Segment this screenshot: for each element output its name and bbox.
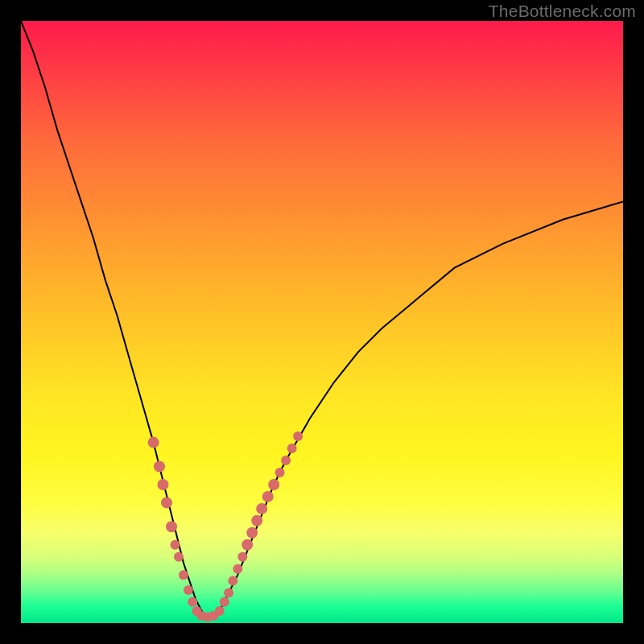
- highlight-dots: [148, 431, 303, 621]
- highlight-dot: [220, 597, 229, 607]
- highlight-dot: [174, 552, 184, 562]
- highlight-dot: [233, 564, 242, 574]
- watermark-text: TheBottleneck.com: [489, 2, 636, 21]
- highlight-dot: [171, 540, 180, 550]
- highlight-dot: [275, 468, 285, 477]
- highlight-dot: [184, 585, 193, 595]
- bottleneck-curve: [21, 21, 623, 617]
- highlight-dot: [246, 527, 258, 539]
- highlight-dot: [154, 461, 165, 473]
- highlight-dot: [158, 479, 169, 490]
- highlight-dot: [228, 576, 237, 586]
- curve-svg: [21, 21, 623, 623]
- highlight-dot: [215, 606, 225, 616]
- highlight-dot: [287, 444, 297, 453]
- highlight-dot: [188, 597, 197, 607]
- highlight-dot: [242, 539, 253, 551]
- highlight-dot: [251, 515, 262, 526]
- highlight-dot: [268, 479, 279, 490]
- plot-area: [21, 21, 623, 623]
- highlight-dot: [293, 431, 303, 441]
- highlight-dot: [256, 503, 267, 514]
- highlight-dot: [179, 570, 188, 580]
- highlight-dot: [148, 437, 159, 448]
- highlight-dot: [237, 552, 247, 562]
- highlight-dot: [224, 588, 233, 598]
- highlight-dot: [161, 497, 172, 508]
- highlight-dot: [262, 491, 274, 502]
- chart-frame: TheBottleneck.com: [0, 0, 644, 644]
- highlight-dot: [166, 521, 177, 532]
- highlight-dot: [281, 456, 291, 465]
